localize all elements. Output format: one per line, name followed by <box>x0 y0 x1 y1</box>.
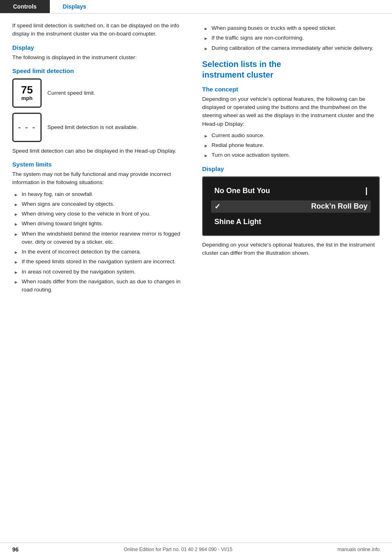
section-title-line2: instrument cluster <box>202 70 273 79</box>
speed-dashes: - - - <box>18 122 36 133</box>
speed-unit: mph <box>21 95 32 101</box>
left-column: If speed limit detection is switched on,… <box>12 22 190 296</box>
bullet-arrow-icon: ► <box>14 191 18 198</box>
bullet-arrow-icon: ► <box>14 201 18 208</box>
display-row-text: Rock’n Roll Boy <box>311 202 368 211</box>
list-item: ►When roads differ from the navigation, … <box>12 278 190 294</box>
list-item: ►Turn on voice activation system. <box>202 151 380 159</box>
concept-text: Depending on your vehicle's optional fea… <box>202 95 380 128</box>
list-item: ►Redial phone feature. <box>202 141 380 149</box>
tab-displays-label: Displays <box>63 3 87 10</box>
bullet-arrow-icon: ► <box>14 211 18 218</box>
display-row-text: No One But You <box>214 187 270 195</box>
list-item: ►During calibration of the camera immedi… <box>202 44 380 52</box>
bullet-arrow-icon: ► <box>14 249 18 256</box>
checkmark-icon: ✓ <box>214 202 220 211</box>
display-heading: Display <box>12 44 190 51</box>
footer-text: Online Edition for Part no. 01 40 2 964 … <box>124 547 232 552</box>
bullet-arrow-icon: ► <box>14 221 18 228</box>
speed-display-1: 75 mph Current speed limit. <box>12 78 190 108</box>
bullet-arrow-icon: ► <box>204 133 208 140</box>
bullet-arrow-icon: ► <box>14 259 18 266</box>
display-caption: Depending on your vehicle's optional fea… <box>202 241 380 258</box>
display-intro: The following is displayed in the instru… <box>12 53 190 62</box>
speed-number: 75 <box>21 85 33 95</box>
list-item: ►When passing buses or trucks with a spe… <box>202 24 380 32</box>
speed-box1-label: Current speed limit. <box>47 89 95 97</box>
list-item: ►In the event of incorrect detection by … <box>12 248 190 256</box>
system-limits-intro: The system may not be fully functional a… <box>12 170 190 187</box>
intro-text: If speed limit detection is switched on,… <box>12 22 190 38</box>
system-limits-heading: System limits <box>12 161 190 168</box>
display-row-text: Shine A Light <box>214 218 261 226</box>
list-item: ►If the speed limits stored in the navig… <box>12 258 190 266</box>
right-display-heading: Display <box>202 165 380 172</box>
speed-box-75: 75 mph <box>12 78 42 108</box>
display-row: Shine A Light <box>211 216 371 228</box>
tab-displays[interactable]: Displays <box>50 0 100 13</box>
footer: 96 Online Edition for Part no. 01 40 2 9… <box>0 543 392 556</box>
list-item: ►When driving toward bright lights. <box>12 220 190 228</box>
bullet-arrow-icon: ► <box>14 231 18 238</box>
speed-box2-label: Speed limit detection is not available. <box>47 123 138 131</box>
page-number: 96 <box>12 546 19 553</box>
bullet-arrow-icon: ► <box>14 269 18 276</box>
list-item: ►In areas not covered by the navigation … <box>12 268 190 276</box>
list-item: ►Current audio source. <box>202 131 380 140</box>
system-limits-list: ►In heavy fog, rain or snowfall.►When si… <box>12 190 190 294</box>
speed-note: Speed limit detection can also be displa… <box>12 147 190 155</box>
list-item: ►When signs are concealed by objects. <box>12 200 190 208</box>
section-title-line1: Selection lists in the <box>202 60 281 69</box>
bullet-arrow-icon: ► <box>204 25 208 32</box>
list-item: ►In heavy fog, rain or snowfall. <box>12 190 190 198</box>
list-item: ►If the traffic signs are non-conforming… <box>202 34 380 42</box>
tab-controls[interactable]: Controls <box>0 0 50 13</box>
bullet-arrow-icon: ► <box>204 35 208 42</box>
speed-display-2: - - - Speed limit detection is not avail… <box>12 113 190 142</box>
bullet-arrow-icon: ► <box>14 279 18 286</box>
selection-lists-heading: Selection lists in the instrument cluste… <box>202 59 380 80</box>
main-content: If speed limit detection is switched on,… <box>0 13 392 313</box>
right-column: ►When passing buses or trucks with a spe… <box>202 22 380 296</box>
bullet-arrow-icon: ► <box>204 152 208 159</box>
concept-heading: The concept <box>202 86 380 93</box>
tab-controls-label: Controls <box>13 3 37 10</box>
right-bullet-list: ►When passing buses or trucks with a spe… <box>202 24 380 52</box>
display-row: ✓Rock’n Roll Boy <box>211 200 371 213</box>
concept-bullet-list: ►Current audio source.►Redial phone feat… <box>202 131 380 160</box>
display-image: No One But You|✓Rock’n Roll BoyShine A L… <box>202 176 380 236</box>
cursor-icon: | <box>365 186 368 196</box>
display-row: No One But You| <box>211 185 371 197</box>
bullet-arrow-icon: ► <box>204 45 208 52</box>
speed-box-dashes: - - - <box>12 113 42 142</box>
footer-right: manuals online.info <box>338 547 380 552</box>
list-item: ►When driving very close to the vehicle … <box>12 210 190 218</box>
list-item: ►When the windshield behind the interior… <box>12 230 190 247</box>
header-tabs: Controls Displays <box>0 0 392 13</box>
speed-detection-heading: Speed limit detection <box>12 67 190 74</box>
bullet-arrow-icon: ► <box>204 142 208 149</box>
